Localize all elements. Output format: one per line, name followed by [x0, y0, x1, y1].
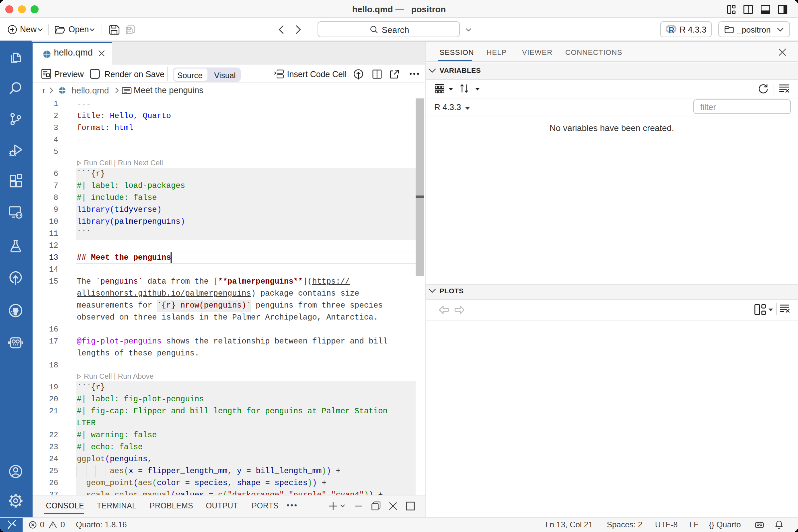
svg-text:R: R — [669, 25, 674, 34]
